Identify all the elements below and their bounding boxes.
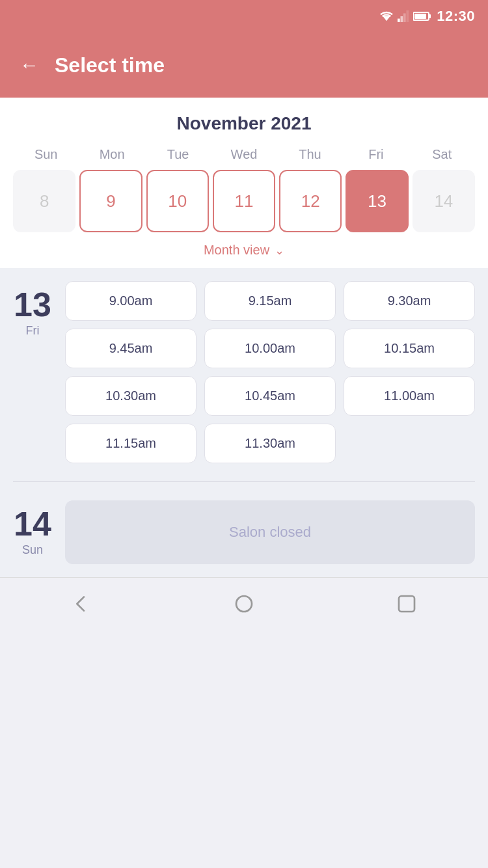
svg-rect-3: [403, 14, 406, 23]
day-name-14: Sun: [22, 543, 43, 557]
date-cell-12[interactable]: 12: [279, 170, 342, 232]
time-slot-945am[interactable]: 9.45am: [65, 329, 197, 368]
date-cell-8[interactable]: 8: [13, 170, 75, 232]
time-slot-1115am[interactable]: 11.15am: [65, 424, 197, 463]
back-button[interactable]: ←: [20, 54, 39, 76]
weekday-sat: Sat: [409, 147, 475, 162]
weekday-sun: Sun: [13, 147, 79, 162]
day-divider: [13, 481, 475, 482]
home-nav-icon: [234, 593, 254, 614]
page-title: Select time: [55, 53, 165, 77]
salon-closed-message: Salon closed: [65, 500, 475, 564]
time-slot-1130am[interactable]: 11.30am: [204, 424, 336, 463]
day-number-14: 14: [14, 507, 51, 541]
battery-icon: [413, 11, 431, 21]
back-nav-icon: [71, 593, 92, 614]
time-slot-1000am[interactable]: 10.00am: [204, 329, 336, 368]
status-time: 12:30: [437, 8, 475, 25]
weekday-tue: Tue: [145, 147, 211, 162]
time-slot-900am[interactable]: 9.00am: [65, 281, 197, 321]
time-slot-930am[interactable]: 9.30am: [344, 281, 475, 321]
time-slot-1045am[interactable]: 10.45am: [204, 376, 336, 416]
weekday-wed: Wed: [211, 147, 277, 162]
time-slot-915am[interactable]: 9.15am: [204, 281, 336, 321]
day-block-13: 13 Fri 9.00am 9.15am 9.30am 9.45am 10.00…: [13, 281, 475, 463]
weekday-mon: Mon: [79, 147, 144, 162]
dates-row: 8 9 10 11 12 13 14: [13, 170, 475, 232]
bottom-nav: [0, 577, 488, 629]
day-block-14: 14 Sun Salon closed: [13, 500, 475, 564]
svg-rect-7: [414, 14, 426, 19]
date-cell-13[interactable]: 13: [346, 170, 408, 232]
svg-rect-1: [398, 19, 400, 22]
time-grid-13: 9.00am 9.15am 9.30am 9.45am 10.00am 10.1…: [65, 281, 475, 463]
back-nav-button[interactable]: [71, 593, 92, 614]
svg-point-8: [236, 596, 252, 612]
month-view-label: Month view: [204, 243, 269, 258]
svg-rect-6: [429, 14, 431, 18]
status-bar: 12:30: [0, 0, 488, 33]
weekday-fri: Fri: [343, 147, 409, 162]
day-number-13: 13: [14, 288, 51, 321]
chevron-down-icon: ⌄: [275, 243, 284, 258]
recent-nav-button[interactable]: [396, 593, 417, 614]
home-nav-button[interactable]: [234, 593, 254, 614]
weekday-thu: Thu: [277, 147, 343, 162]
time-slot-1015am[interactable]: 10.15am: [344, 329, 475, 368]
back-icon: ←: [20, 54, 39, 76]
svg-rect-2: [401, 16, 403, 22]
calendar-section: November 2021 Sun Mon Tue Wed Thu Fri Sa…: [0, 98, 488, 268]
weekday-row: Sun Mon Tue Wed Thu Fri Sat: [13, 147, 475, 162]
month-view-toggle[interactable]: Month view ⌄: [13, 243, 475, 258]
wifi-icon: [379, 11, 394, 21]
svg-rect-9: [399, 596, 414, 612]
svg-rect-4: [407, 10, 409, 22]
time-slot-1100am[interactable]: 11.00am: [344, 376, 475, 416]
date-cell-9[interactable]: 9: [79, 170, 142, 232]
recent-nav-icon: [396, 593, 417, 614]
status-icons: [379, 10, 431, 22]
day-name-13: Fri: [26, 324, 40, 338]
date-cell-14[interactable]: 14: [413, 170, 475, 232]
day-label-13: 13 Fri: [13, 281, 52, 463]
time-slot-1030am[interactable]: 10.30am: [65, 376, 197, 416]
date-cell-10[interactable]: 10: [146, 170, 209, 232]
day-label-14: 14 Sun: [13, 500, 52, 557]
signal-icon: [398, 10, 409, 22]
svg-marker-0: [383, 16, 390, 21]
date-cell-11[interactable]: 11: [213, 170, 275, 232]
slots-section: 13 Fri 9.00am 9.15am 9.30am 9.45am 10.00…: [0, 268, 488, 577]
app-header: ← Select time: [0, 33, 488, 98]
month-year-label: November 2021: [13, 113, 475, 134]
